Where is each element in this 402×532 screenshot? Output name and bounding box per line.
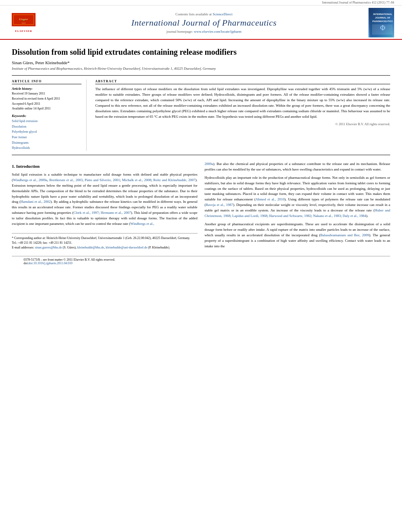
journal-cover-image: INTERNATIONAL JOURNAL OF PHARMACEUTICS Φ: [369, 8, 394, 37]
authors-text: Sinan Güres, Peter Kleinebudde*: [12, 60, 70, 65]
abstract-column: ABSTRACT The influence of different type…: [93, 80, 390, 151]
abstract-label: ABSTRACT: [95, 80, 390, 84]
ref-windbergs-2009a-2[interactable]: Windbergs et al.,: [130, 222, 154, 226]
footnote-area: * Corresponding author at: Heinrich-Hein…: [12, 233, 198, 250]
keyword-3[interactable]: Polyethylene glycol: [12, 129, 82, 135]
email-kleinebudde2[interactable]: kleinebudde@uni-duesseldorf.de: [106, 246, 147, 249]
footnote-email: E-mail addresses: sinan.gueres@hhu.de (S…: [12, 245, 198, 250]
ref-pinto-2001[interactable]: Pinto and Silverio, 2001: [85, 178, 120, 182]
article-title: Dissolution from solid lipid extrudates …: [12, 47, 390, 57]
article-history-label: Article history:: [12, 87, 82, 91]
article-info-label: ARTICLE INFO: [12, 80, 82, 84]
svg-text:Elsevier: Elsevier: [19, 17, 28, 20]
ref-daly-1984[interactable]: Daly et al., 1984: [343, 214, 366, 218]
journal-ref-line: International Journal of Pharmaceutics 4…: [0, 0, 402, 6]
authors-line: Sinan Güres, Peter Kleinebudde*: [12, 60, 390, 65]
keywords-list: Solid lipid extrusion Dissolution Polyet…: [12, 119, 82, 151]
svg-text:♦ ♦ ♦: ♦ ♦ ♦: [22, 22, 26, 24]
page-footer: 0378-5173/$ – see front matter © 2011 El…: [12, 256, 390, 267]
journal-homepage: journal homepage: www.elsevier.com/locat…: [39, 30, 369, 33]
article-info-column: ARTICLE INFO Article history: Received 1…: [12, 80, 87, 151]
footnote-tel: Tel.: +49 211 81 14220; fax: +49 211 81 …: [12, 241, 198, 245]
intro-para-4: Another group of pharmaceutical excipien…: [205, 222, 391, 249]
ref-baveja-1987[interactable]: Baveja et al., 1987: [206, 203, 233, 207]
ref-michalk-2008[interactable]: Michalk et al., 2008: [122, 178, 151, 182]
doi-link[interactable]: doi:10.1016/j.ijpharm.2011.04.010: [28, 261, 72, 265]
body-col-left: 1. Introduction Solid lipid extrusion is…: [12, 161, 198, 252]
sciencedirect-link[interactable]: ScienceDirect: [213, 12, 232, 16]
ref-nakano-1983[interactable]: Nakano et al., 1983: [313, 214, 341, 218]
intro-para-1: Solid lipid extrusion is a suitable tech…: [12, 172, 198, 227]
journal-cover-svg-icon: INTERNATIONAL JOURNAL OF PHARMACEUTICS Φ: [370, 8, 393, 37]
svg-text:INTERNATIONAL: INTERNATIONAL: [373, 13, 393, 15]
sciencedirect-line: Contents lists available at ScienceDirec…: [39, 12, 369, 16]
svg-text:JOURNAL OF: JOURNAL OF: [375, 17, 391, 19]
keyword-2[interactable]: Dissolution: [12, 124, 82, 130]
homepage-url[interactable]: www.elsevier.com/locate/ijpharm: [194, 30, 241, 33]
elsevier-emblem-icon: 🌿 Elsevier ♦ ♦ ♦: [10, 13, 37, 29]
issn-text: 0378-5173/$ – see front matter © 2011 El…: [24, 258, 378, 261]
journal-ref-text: International Journal of Pharmaceutics 4…: [322, 1, 394, 4]
intro-para-2: 2009a). But also the chemical and physic…: [205, 161, 391, 172]
main-content: Dissolution from solid lipid extrudates …: [0, 40, 402, 274]
ref-windbergs-2009a-cont[interactable]: 2009a: [205, 162, 213, 166]
ref-cleek-1997[interactable]: Cleek et al., 1997: [73, 211, 98, 215]
journal-title-header: International Journal of Pharmaceutics: [39, 18, 369, 28]
ref-hermann-2007[interactable]: Hermann et al., 2007: [101, 211, 131, 215]
intro-heading: 1. Introduction: [12, 163, 198, 170]
ref-breitkreutz-2003[interactable]: Breitkreutz et al., 2003: [49, 178, 83, 182]
ref-reitz-2007[interactable]: Reitz and Kleinebudde, 2007: [153, 178, 195, 182]
copyright-text: © 2011 Elsevier B.V. All rights reserved…: [95, 122, 390, 126]
journal-header: 🌿 Elsevier ♦ ♦ ♦ ELSEVIER Contents lists…: [0, 6, 402, 40]
ref-lapidus-1968[interactable]: Lapidus and Lordi, 1968: [232, 214, 267, 218]
svg-text:PHARMACEUTICS: PHARMACEUTICS: [372, 20, 393, 22]
article-received: Received 19 January 2011 Received in rev…: [12, 91, 82, 111]
doi-text: doi:doi:10.1016/j.ijpharm.2011.04.010: [24, 261, 378, 265]
body-col-right: 2009a). But also the chemical and physic…: [205, 161, 391, 252]
abstract-text: The influence of different types of rele…: [95, 87, 390, 120]
ref-ahmed-2010[interactable]: Ahmed et al., 2010: [256, 197, 285, 201]
affiliation-text: Institute of Pharmaceutics and Biopharma…: [12, 67, 390, 70]
keywords-label: Keywords:: [12, 114, 82, 118]
page: International Journal of Pharmaceutics 4…: [0, 0, 402, 532]
journal-center-header: Contents lists available at ScienceDirec…: [39, 12, 369, 33]
ref-harwood-1982[interactable]: Harwood and Schwartz, 1982: [269, 214, 311, 218]
elsevier-label: ELSEVIER: [15, 30, 32, 33]
contents-available-text: Contents lists available at: [175, 12, 211, 16]
email-kleinebudde1[interactable]: kleinebudde@hhu.de: [77, 246, 104, 249]
elsevier-logo: 🌿 Elsevier ♦ ♦ ♦ ELSEVIER: [8, 13, 39, 33]
article-info-abstract-section: ARTICLE INFO Article history: Received 1…: [12, 75, 390, 155]
keyword-6[interactable]: Hydrocolloids: [12, 145, 82, 151]
intro-para-3: Hydrocolloids play an important role in …: [205, 175, 391, 219]
ref-hamdani-2002[interactable]: Hamdani et al., 2002: [20, 200, 50, 204]
footnote-corresponding: * Corresponding author at: Heinrich-Hein…: [12, 236, 198, 241]
email-gueres[interactable]: sinan.gueres@hhu.de: [35, 246, 62, 249]
body-two-col: 1. Introduction Solid lipid extrusion is…: [12, 161, 390, 252]
ref-windbergs-2009a[interactable]: Windbergs et al., 2009a: [13, 178, 47, 182]
ref-bala-2009[interactable]: Balasubramaniam and Bee, 2009: [320, 233, 369, 237]
keyword-5[interactable]: Disintegrants: [12, 140, 82, 146]
svg-text:Φ: Φ: [380, 24, 385, 32]
keyword-1[interactable]: Solid lipid extrusion: [12, 119, 82, 124]
keyword-4[interactable]: Pore former: [12, 135, 82, 140]
